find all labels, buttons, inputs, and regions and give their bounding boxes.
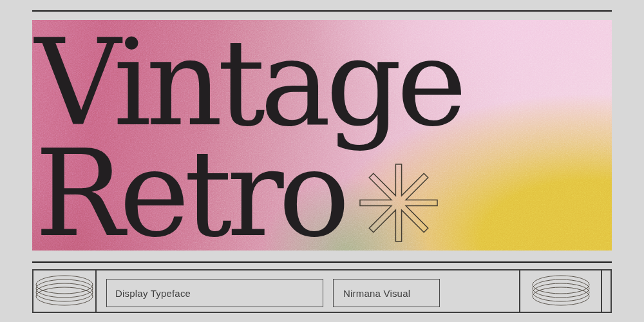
footer-cell-middle: Display Typeface Nirmana Visual bbox=[97, 270, 520, 312]
title-line-1: Vintage bbox=[35, 28, 462, 138]
footer-cell-end bbox=[602, 270, 611, 312]
display-typeface-label: Display Typeface bbox=[115, 288, 191, 299]
gradient-panel: Vintage Retro bbox=[32, 20, 612, 251]
cylinder-rings-icon bbox=[35, 274, 94, 308]
footer-bar: Display Typeface Nirmana Visual bbox=[32, 269, 612, 313]
footer-cell-right bbox=[520, 270, 602, 312]
display-typeface-tag: Display Typeface bbox=[106, 279, 323, 307]
asterisk-icon bbox=[356, 160, 441, 245]
nirmana-visual-label: Nirmana Visual bbox=[343, 288, 410, 299]
footer-rule bbox=[32, 261, 612, 263]
cylinder-rings-icon bbox=[531, 274, 591, 308]
nirmana-visual-tag: Nirmana Visual bbox=[333, 279, 440, 307]
top-rule bbox=[32, 10, 612, 12]
footer-cell-left bbox=[33, 270, 97, 312]
